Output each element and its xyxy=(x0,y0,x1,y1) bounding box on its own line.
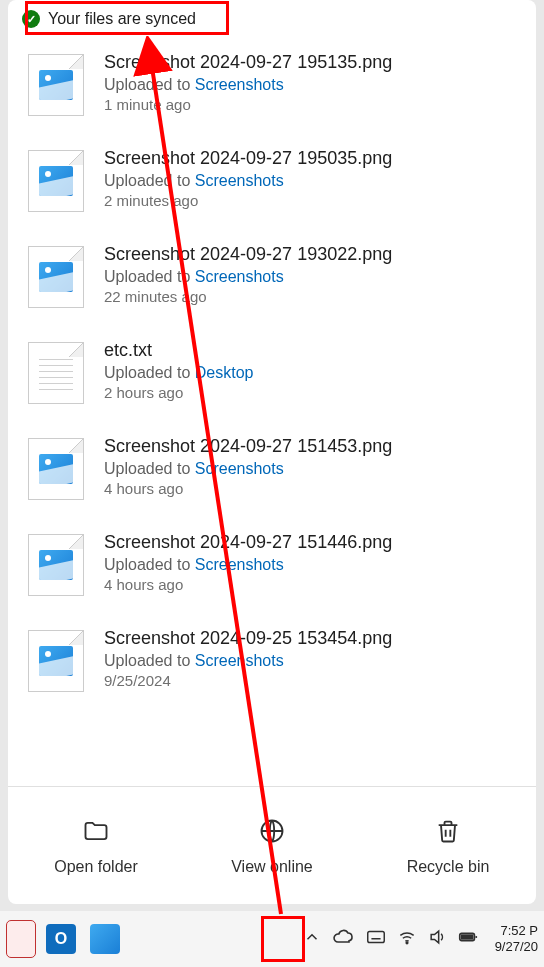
file-location: Uploaded to Screenshots xyxy=(104,556,516,574)
file-item[interactable]: Screenshot 2024-09-25 153454.pngUploaded… xyxy=(18,614,526,710)
image-file-icon xyxy=(28,150,84,212)
file-location-link[interactable]: Screenshots xyxy=(195,460,284,477)
onedrive-tray-icon[interactable] xyxy=(331,925,355,953)
file-name: Screenshot 2024-09-27 151446.png xyxy=(104,532,516,553)
file-location-link[interactable]: Screenshots xyxy=(195,556,284,573)
file-name: Screenshot 2024-09-27 151453.png xyxy=(104,436,516,457)
file-location-link[interactable]: Screenshots xyxy=(195,268,284,285)
file-item[interactable]: Screenshot 2024-09-27 151453.pngUploaded… xyxy=(18,422,526,518)
taskbar-photos-icon[interactable] xyxy=(86,920,124,958)
file-info: etc.txtUploaded to Desktop2 hours ago xyxy=(104,340,516,404)
taskbar-widget-button[interactable] xyxy=(6,920,36,958)
file-item[interactable]: Screenshot 2024-09-27 151446.pngUploaded… xyxy=(18,518,526,614)
image-file-icon xyxy=(28,438,84,500)
file-timestamp: 9/25/2024 xyxy=(104,672,516,689)
file-name: Screenshot 2024-09-27 195035.png xyxy=(104,148,516,169)
svg-point-2 xyxy=(406,942,408,944)
taskbar-clock[interactable]: 7:52 P 9/27/20 xyxy=(495,923,538,956)
file-item[interactable]: Screenshot 2024-09-27 193022.pngUploaded… xyxy=(18,230,526,326)
open-folder-button[interactable]: Open folder xyxy=(8,787,184,904)
file-info: Screenshot 2024-09-27 193022.pngUploaded… xyxy=(104,244,516,308)
file-timestamp: 1 minute ago xyxy=(104,96,516,113)
folder-icon xyxy=(81,816,111,846)
image-file-icon xyxy=(28,246,84,308)
file-item[interactable]: Screenshot 2024-09-27 195135.pngUploaded… xyxy=(18,38,526,134)
file-location-link[interactable]: Screenshots xyxy=(195,76,284,93)
action-label: Recycle bin xyxy=(407,858,490,876)
sync-status-text: Your files are synced xyxy=(48,10,196,28)
globe-icon xyxy=(257,816,287,846)
outlook-glyph: O xyxy=(46,924,76,954)
file-info: Screenshot 2024-09-27 151453.pngUploaded… xyxy=(104,436,516,500)
file-location: Uploaded to Screenshots xyxy=(104,652,516,670)
file-name: Screenshot 2024-09-27 195135.png xyxy=(104,52,516,73)
svg-rect-4 xyxy=(461,935,472,939)
file-timestamp: 4 hours ago xyxy=(104,480,516,497)
taskbar: O 7:52 P 9/27/20 xyxy=(0,911,544,967)
file-info: Screenshot 2024-09-27 195035.pngUploaded… xyxy=(104,148,516,212)
tray-overflow-button[interactable] xyxy=(303,928,321,950)
file-location: Uploaded to Screenshots xyxy=(104,268,516,286)
sync-status-header: ✓ Your files are synced xyxy=(8,0,536,38)
touch-keyboard-icon[interactable] xyxy=(365,926,387,952)
volume-icon[interactable] xyxy=(427,927,447,951)
action-bar: Open folder View online Recycle bin xyxy=(8,786,536,904)
trash-icon xyxy=(433,816,463,846)
clock-date: 9/27/20 xyxy=(495,939,538,955)
photos-glyph xyxy=(90,924,120,954)
image-file-icon xyxy=(28,534,84,596)
file-name: etc.txt xyxy=(104,340,516,361)
file-timestamp: 2 minutes ago xyxy=(104,192,516,209)
file-item[interactable]: Screenshot 2024-09-27 195035.pngUploaded… xyxy=(18,134,526,230)
file-info: Screenshot 2024-09-27 151446.pngUploaded… xyxy=(104,532,516,596)
file-timestamp: 4 hours ago xyxy=(104,576,516,593)
file-info: Screenshot 2024-09-25 153454.pngUploaded… xyxy=(104,628,516,692)
view-online-button[interactable]: View online xyxy=(184,787,360,904)
image-file-icon xyxy=(28,630,84,692)
file-name: Screenshot 2024-09-27 193022.png xyxy=(104,244,516,265)
system-tray: 7:52 P 9/27/20 xyxy=(303,923,538,956)
battery-icon[interactable] xyxy=(457,926,479,952)
file-location: Uploaded to Screenshots xyxy=(104,460,516,478)
file-timestamp: 22 minutes ago xyxy=(104,288,516,305)
file-name: Screenshot 2024-09-25 153454.png xyxy=(104,628,516,649)
check-circle-icon: ✓ xyxy=(22,10,40,28)
taskbar-outlook-icon[interactable]: O xyxy=(42,920,80,958)
file-timestamp: 2 hours ago xyxy=(104,384,516,401)
svg-rect-1 xyxy=(367,932,384,943)
wifi-icon[interactable] xyxy=(397,927,417,951)
file-location: Uploaded to Desktop xyxy=(104,364,516,382)
onedrive-flyout: ✓ Your files are synced Screenshot 2024-… xyxy=(8,0,536,904)
recent-file-list[interactable]: Screenshot 2024-09-27 195135.pngUploaded… xyxy=(8,38,536,786)
file-location: Uploaded to Screenshots xyxy=(104,172,516,190)
file-info: Screenshot 2024-09-27 195135.pngUploaded… xyxy=(104,52,516,116)
file-location-link[interactable]: Screenshots xyxy=(195,652,284,669)
action-label: Open folder xyxy=(54,858,138,876)
file-item[interactable]: etc.txtUploaded to Desktop2 hours ago xyxy=(18,326,526,422)
text-file-icon xyxy=(28,342,84,404)
recycle-bin-button[interactable]: Recycle bin xyxy=(360,787,536,904)
file-location-link[interactable]: Screenshots xyxy=(195,172,284,189)
file-location-link[interactable]: Desktop xyxy=(195,364,254,381)
action-label: View online xyxy=(231,858,313,876)
file-location: Uploaded to Screenshots xyxy=(104,76,516,94)
clock-time: 7:52 P xyxy=(495,923,538,939)
image-file-icon xyxy=(28,54,84,116)
